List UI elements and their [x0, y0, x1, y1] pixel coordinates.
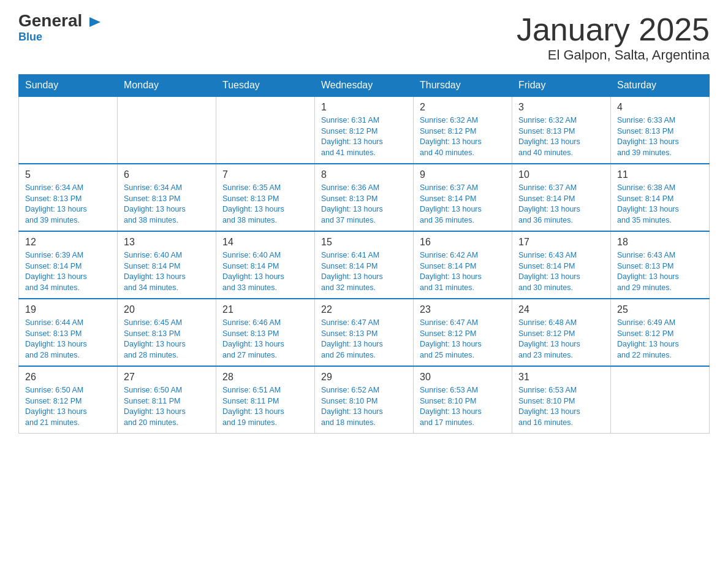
day-info: Sunrise: 6:40 AM Sunset: 8:14 PM Dayligh… — [124, 250, 210, 293]
calendar-cell-w3d2: 21Sunrise: 6:46 AM Sunset: 8:13 PM Dayli… — [216, 299, 315, 366]
day-info: Sunrise: 6:39 AM Sunset: 8:14 PM Dayligh… — [25, 250, 111, 293]
weekday-tuesday: Tuesday — [216, 75, 315, 97]
day-number: 15 — [321, 237, 407, 248]
calendar-cell-w0d0 — [19, 96, 118, 164]
calendar-cell-w2d0: 12Sunrise: 6:39 AM Sunset: 8:14 PM Dayli… — [19, 231, 118, 299]
calendar-cell-w1d0: 5Sunrise: 6:34 AM Sunset: 8:13 PM Daylig… — [19, 164, 118, 231]
day-number: 3 — [518, 102, 604, 113]
calendar-cell-w2d1: 13Sunrise: 6:40 AM Sunset: 8:14 PM Dayli… — [118, 231, 216, 299]
calendar-cell-w3d4: 23Sunrise: 6:47 AM Sunset: 8:12 PM Dayli… — [414, 299, 512, 366]
calendar-cell-w1d6: 11Sunrise: 6:38 AM Sunset: 8:14 PM Dayli… — [611, 164, 710, 231]
day-info: Sunrise: 6:33 AM Sunset: 8:13 PM Dayligh… — [617, 115, 703, 158]
day-info: Sunrise: 6:42 AM Sunset: 8:14 PM Dayligh… — [420, 250, 506, 293]
day-number: 8 — [321, 169, 407, 180]
calendar-cell-w0d1 — [118, 96, 216, 164]
day-number: 12 — [25, 237, 111, 248]
calendar-cell-w2d4: 16Sunrise: 6:42 AM Sunset: 8:14 PM Dayli… — [414, 231, 512, 299]
day-number: 29 — [321, 372, 407, 383]
calendar-cell-w0d2 — [216, 96, 315, 164]
logo: General Blue — [18, 12, 102, 44]
day-number: 24 — [518, 304, 604, 315]
calendar-cell-w0d4: 2Sunrise: 6:32 AM Sunset: 8:12 PM Daylig… — [414, 96, 512, 164]
day-number: 16 — [420, 237, 506, 248]
calendar-cell-w3d1: 20Sunrise: 6:45 AM Sunset: 8:13 PM Dayli… — [118, 299, 216, 366]
day-number: 2 — [420, 102, 506, 113]
weekday-sunday: Sunday — [19, 75, 118, 97]
day-info: Sunrise: 6:32 AM Sunset: 8:12 PM Dayligh… — [420, 115, 506, 158]
calendar-week-3: 19Sunrise: 6:44 AM Sunset: 8:13 PM Dayli… — [19, 299, 710, 366]
title-block: January 2025 El Galpon, Salta, Argentina — [517, 12, 710, 63]
day-number: 7 — [222, 169, 308, 180]
day-info: Sunrise: 6:52 AM Sunset: 8:10 PM Dayligh… — [321, 385, 407, 428]
calendar-cell-w4d2: 28Sunrise: 6:51 AM Sunset: 8:11 PM Dayli… — [216, 366, 315, 434]
day-info: Sunrise: 6:53 AM Sunset: 8:10 PM Dayligh… — [518, 385, 604, 428]
day-number: 13 — [124, 237, 210, 248]
day-info: Sunrise: 6:43 AM Sunset: 8:13 PM Dayligh… — [617, 250, 703, 293]
day-number: 21 — [222, 304, 308, 315]
calendar-subtitle: El Galpon, Salta, Argentina — [517, 47, 710, 63]
day-info: Sunrise: 6:46 AM Sunset: 8:13 PM Dayligh… — [222, 318, 308, 361]
day-number: 5 — [25, 169, 111, 180]
day-info: Sunrise: 6:32 AM Sunset: 8:13 PM Dayligh… — [518, 115, 604, 158]
day-number: 4 — [617, 102, 703, 113]
day-number: 14 — [222, 237, 308, 248]
day-info: Sunrise: 6:45 AM Sunset: 8:13 PM Dayligh… — [124, 318, 210, 361]
day-info: Sunrise: 6:36 AM Sunset: 8:13 PM Dayligh… — [321, 183, 407, 226]
day-info: Sunrise: 6:50 AM Sunset: 8:11 PM Dayligh… — [124, 385, 210, 428]
day-number: 18 — [617, 237, 703, 248]
day-info: Sunrise: 6:37 AM Sunset: 8:14 PM Dayligh… — [420, 183, 506, 226]
day-info: Sunrise: 6:38 AM Sunset: 8:14 PM Dayligh… — [617, 183, 703, 226]
calendar-cell-w1d2: 7Sunrise: 6:35 AM Sunset: 8:13 PM Daylig… — [216, 164, 315, 231]
day-number: 11 — [617, 169, 703, 180]
day-number: 1 — [321, 102, 407, 113]
day-number: 6 — [124, 169, 210, 180]
calendar-cell-w4d6 — [611, 366, 710, 434]
weekday-thursday: Thursday — [414, 75, 512, 97]
day-info: Sunrise: 6:37 AM Sunset: 8:14 PM Dayligh… — [518, 183, 604, 226]
calendar-title: January 2025 — [517, 12, 710, 47]
calendar-cell-w3d3: 22Sunrise: 6:47 AM Sunset: 8:13 PM Dayli… — [315, 299, 414, 366]
day-number: 9 — [420, 169, 506, 180]
calendar-cell-w2d6: 18Sunrise: 6:43 AM Sunset: 8:13 PM Dayli… — [611, 231, 710, 299]
calendar-cell-w2d5: 17Sunrise: 6:43 AM Sunset: 8:14 PM Dayli… — [512, 231, 611, 299]
day-number: 19 — [25, 304, 111, 315]
day-number: 30 — [420, 372, 506, 383]
calendar-cell-w1d3: 8Sunrise: 6:36 AM Sunset: 8:13 PM Daylig… — [315, 164, 414, 231]
day-info: Sunrise: 6:51 AM Sunset: 8:11 PM Dayligh… — [222, 385, 308, 428]
day-info: Sunrise: 6:47 AM Sunset: 8:13 PM Dayligh… — [321, 318, 407, 361]
calendar-week-2: 12Sunrise: 6:39 AM Sunset: 8:14 PM Dayli… — [19, 231, 710, 299]
logo-blue: Blue — [18, 31, 42, 44]
calendar-cell-w3d0: 19Sunrise: 6:44 AM Sunset: 8:13 PM Dayli… — [19, 299, 118, 366]
day-info: Sunrise: 6:43 AM Sunset: 8:14 PM Dayligh… — [518, 250, 604, 293]
calendar-cell-w1d1: 6Sunrise: 6:34 AM Sunset: 8:13 PM Daylig… — [118, 164, 216, 231]
weekday-friday: Friday — [512, 75, 611, 97]
calendar-cell-w2d3: 15Sunrise: 6:41 AM Sunset: 8:14 PM Dayli… — [315, 231, 414, 299]
day-info: Sunrise: 6:50 AM Sunset: 8:12 PM Dayligh… — [25, 385, 111, 428]
day-info: Sunrise: 6:47 AM Sunset: 8:12 PM Dayligh… — [420, 318, 506, 361]
day-info: Sunrise: 6:49 AM Sunset: 8:12 PM Dayligh… — [617, 318, 703, 361]
calendar-week-0: 1Sunrise: 6:31 AM Sunset: 8:12 PM Daylig… — [19, 96, 710, 164]
calendar-cell-w0d5: 3Sunrise: 6:32 AM Sunset: 8:13 PM Daylig… — [512, 96, 611, 164]
day-number: 22 — [321, 304, 407, 315]
day-number: 17 — [518, 237, 604, 248]
calendar-week-1: 5Sunrise: 6:34 AM Sunset: 8:13 PM Daylig… — [19, 164, 710, 231]
logo-general: General — [18, 12, 102, 29]
calendar-cell-w1d5: 10Sunrise: 6:37 AM Sunset: 8:14 PM Dayli… — [512, 164, 611, 231]
calendar-week-4: 26Sunrise: 6:50 AM Sunset: 8:12 PM Dayli… — [19, 366, 710, 434]
day-number: 25 — [617, 304, 703, 315]
day-number: 27 — [124, 372, 210, 383]
day-info: Sunrise: 6:48 AM Sunset: 8:12 PM Dayligh… — [518, 318, 604, 361]
day-number: 31 — [518, 372, 604, 383]
calendar-cell-w3d6: 25Sunrise: 6:49 AM Sunset: 8:12 PM Dayli… — [611, 299, 710, 366]
day-info: Sunrise: 6:31 AM Sunset: 8:12 PM Dayligh… — [321, 115, 407, 158]
calendar-cell-w2d2: 14Sunrise: 6:40 AM Sunset: 8:14 PM Dayli… — [216, 231, 315, 299]
day-number: 10 — [518, 169, 604, 180]
weekday-saturday: Saturday — [611, 75, 710, 97]
calendar-cell-w0d6: 4Sunrise: 6:33 AM Sunset: 8:13 PM Daylig… — [611, 96, 710, 164]
weekday-header-row: SundayMondayTuesdayWednesdayThursdayFrid… — [19, 75, 710, 97]
weekday-monday: Monday — [118, 75, 216, 97]
day-number: 28 — [222, 372, 308, 383]
day-info: Sunrise: 6:34 AM Sunset: 8:13 PM Dayligh… — [25, 183, 111, 226]
day-info: Sunrise: 6:34 AM Sunset: 8:13 PM Dayligh… — [124, 183, 210, 226]
day-number: 26 — [25, 372, 111, 383]
